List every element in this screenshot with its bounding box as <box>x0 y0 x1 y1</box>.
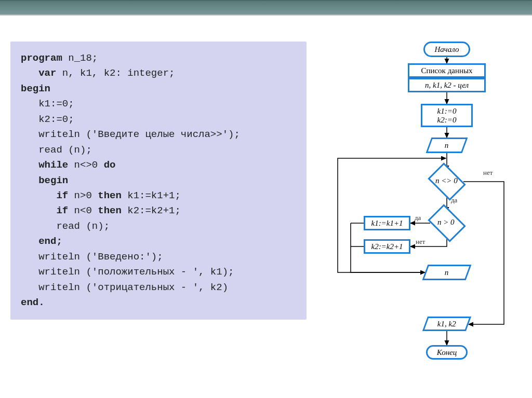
header-band <box>0 0 532 16</box>
block-vars: n, k1, k2 - цел <box>408 78 486 92</box>
flowchart: Начало Список данных n, k1, k2 - цел k1:… <box>327 42 520 374</box>
label-yes-1: да <box>451 196 457 204</box>
block-init: k1:=0 k2:=0 <box>421 104 473 127</box>
content-area: program n_18; var n, k1, k2: integer; be… <box>0 16 532 384</box>
decision-loop-label: n <> 0 <box>435 176 458 185</box>
pascal-code: program n_18; var n, k1, k2: integer; be… <box>21 51 296 310</box>
label-no-1: нет <box>483 169 493 177</box>
label-yes-2: да <box>415 214 421 222</box>
block-k2inc: k2:=k2+1 <box>364 239 410 254</box>
terminator-start: Начало <box>423 42 470 57</box>
block-k1inc: k1:=k1+1 <box>364 216 410 230</box>
decision-positive-label: n > 0 <box>437 218 455 227</box>
code-block: program n_18; var n, k1, k2: integer; be… <box>10 42 307 320</box>
io-read-n: n <box>426 138 468 153</box>
io-read-n2: n <box>422 265 472 280</box>
block-list: Список данных <box>408 63 486 78</box>
label-no-2: нет <box>416 238 425 246</box>
terminator-end: Конец <box>426 345 468 360</box>
io-output: k1, k2 <box>422 317 471 331</box>
